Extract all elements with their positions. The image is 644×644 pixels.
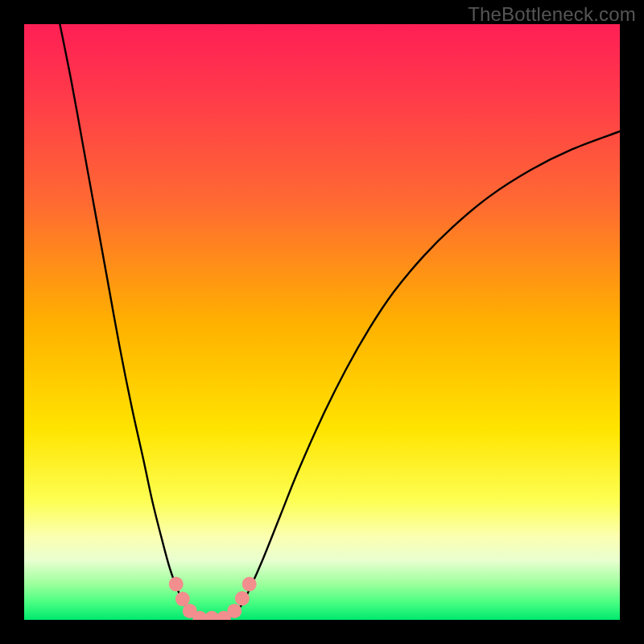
chart-frame: TheBottleneck.com [0,0,644,644]
marker-point [242,577,257,592]
marker-point [235,591,250,605]
marker-point [169,577,184,592]
plot-area [24,24,620,620]
gradient-background [24,24,620,620]
marker-point [227,604,242,618]
chart-svg [24,24,620,620]
watermark-text: TheBottleneck.com [468,3,636,26]
